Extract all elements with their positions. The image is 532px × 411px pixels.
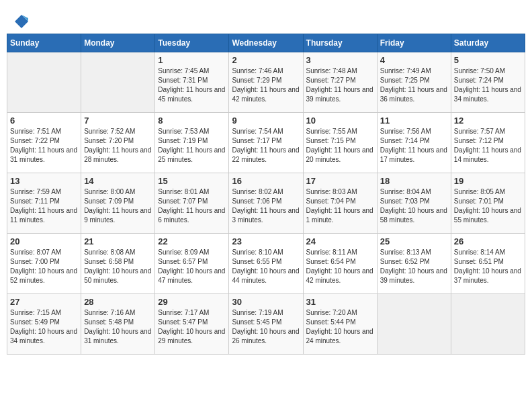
calendar-cell: 23Sunrise: 8:10 AM Sunset: 6:55 PM Dayli…: [229, 234, 303, 294]
calendar-cell: 3Sunrise: 7:48 AM Sunset: 7:27 PM Daylig…: [303, 52, 377, 113]
calendar-cell: 10Sunrise: 7:55 AM Sunset: 7:15 PM Dayli…: [303, 113, 377, 173]
day-number: 2: [232, 55, 300, 65]
day-info: Sunrise: 7:59 AM Sunset: 7:11 PM Dayligh…: [10, 187, 78, 225]
day-info: Sunrise: 8:07 AM Sunset: 7:00 PM Dayligh…: [10, 248, 78, 285]
day-number: 20: [10, 236, 78, 246]
day-number: 18: [380, 176, 448, 186]
day-info: Sunrise: 7:46 AM Sunset: 7:29 PM Dayligh…: [232, 66, 300, 104]
logo-icon: [15, 15, 28, 28]
day-number: 21: [84, 236, 152, 246]
day-info: Sunrise: 7:53 AM Sunset: 7:19 PM Dayligh…: [158, 127, 226, 165]
logo: [13, 13, 28, 28]
calendar-cell: 16Sunrise: 8:02 AM Sunset: 7:06 PM Dayli…: [229, 173, 303, 234]
day-of-week-header: Thursday: [303, 34, 377, 52]
calendar-cell: 11Sunrise: 7:56 AM Sunset: 7:14 PM Dayli…: [377, 113, 451, 173]
calendar-cell: [377, 294, 451, 355]
day-number: 27: [10, 297, 78, 307]
day-info: Sunrise: 7:55 AM Sunset: 7:15 PM Dayligh…: [306, 127, 374, 165]
day-info: Sunrise: 8:02 AM Sunset: 7:06 PM Dayligh…: [232, 187, 300, 225]
day-info: Sunrise: 7:45 AM Sunset: 7:31 PM Dayligh…: [158, 66, 226, 104]
day-info: Sunrise: 7:57 AM Sunset: 7:12 PM Dayligh…: [454, 127, 522, 165]
calendar-cell: 20Sunrise: 8:07 AM Sunset: 7:00 PM Dayli…: [7, 234, 81, 294]
calendar-cell: 17Sunrise: 8:03 AM Sunset: 7:04 PM Dayli…: [303, 173, 377, 234]
day-of-week-header: Friday: [377, 34, 451, 52]
day-number: 3: [306, 55, 374, 65]
day-info: Sunrise: 8:13 AM Sunset: 6:52 PM Dayligh…: [380, 248, 448, 285]
calendar-week-row: 27Sunrise: 7:15 AM Sunset: 5:49 PM Dayli…: [7, 294, 525, 355]
day-number: 10: [306, 116, 374, 126]
day-info: Sunrise: 7:52 AM Sunset: 7:20 PM Dayligh…: [84, 127, 152, 165]
day-number: 13: [10, 176, 78, 186]
day-info: Sunrise: 8:04 AM Sunset: 7:03 PM Dayligh…: [380, 187, 448, 225]
day-number: 12: [454, 116, 522, 126]
calendar-cell: 24Sunrise: 8:11 AM Sunset: 6:54 PM Dayli…: [303, 234, 377, 294]
day-number: 30: [232, 297, 300, 307]
day-info: Sunrise: 7:15 AM Sunset: 5:49 PM Dayligh…: [10, 308, 78, 346]
day-number: 24: [306, 236, 374, 246]
calendar-cell: 2Sunrise: 7:46 AM Sunset: 7:29 PM Daylig…: [229, 52, 303, 113]
day-info: Sunrise: 7:16 AM Sunset: 5:48 PM Dayligh…: [84, 308, 152, 346]
day-number: 19: [454, 176, 522, 186]
day-info: Sunrise: 8:00 AM Sunset: 7:09 PM Dayligh…: [84, 187, 152, 225]
day-number: 22: [158, 236, 226, 246]
calendar-cell: 15Sunrise: 8:01 AM Sunset: 7:07 PM Dayli…: [155, 173, 229, 234]
day-info: Sunrise: 8:08 AM Sunset: 6:58 PM Dayligh…: [84, 248, 152, 285]
day-info: Sunrise: 8:10 AM Sunset: 6:55 PM Dayligh…: [232, 248, 300, 285]
calendar-cell: 18Sunrise: 8:04 AM Sunset: 7:03 PM Dayli…: [377, 173, 451, 234]
calendar-cell: [451, 294, 525, 355]
day-info: Sunrise: 8:03 AM Sunset: 7:04 PM Dayligh…: [306, 187, 374, 225]
day-info: Sunrise: 8:05 AM Sunset: 7:01 PM Dayligh…: [454, 187, 522, 225]
day-info: Sunrise: 7:17 AM Sunset: 5:47 PM Dayligh…: [158, 308, 226, 346]
calendar-cell: 1Sunrise: 7:45 AM Sunset: 7:31 PM Daylig…: [155, 52, 229, 113]
day-number: 23: [232, 236, 300, 246]
day-number: 29: [158, 297, 226, 307]
day-of-week-header: Saturday: [451, 34, 525, 52]
day-of-week-header: Sunday: [7, 34, 81, 52]
day-of-week-header: Wednesday: [229, 34, 303, 52]
calendar-cell: 29Sunrise: 7:17 AM Sunset: 5:47 PM Dayli…: [155, 294, 229, 355]
calendar-cell: 14Sunrise: 8:00 AM Sunset: 7:09 PM Dayli…: [81, 173, 155, 234]
calendar-cell: 30Sunrise: 7:19 AM Sunset: 5:45 PM Dayli…: [229, 294, 303, 355]
day-number: 5: [454, 55, 522, 65]
day-number: 16: [232, 176, 300, 186]
day-number: 8: [158, 116, 226, 126]
day-number: 26: [454, 236, 522, 246]
day-number: 25: [380, 236, 448, 246]
day-info: Sunrise: 7:54 AM Sunset: 7:17 PM Dayligh…: [232, 127, 300, 165]
day-of-week-header: Tuesday: [155, 34, 229, 52]
day-info: Sunrise: 7:56 AM Sunset: 7:14 PM Dayligh…: [380, 127, 448, 165]
day-of-week-header: Monday: [81, 34, 155, 52]
day-info: Sunrise: 8:14 AM Sunset: 6:51 PM Dayligh…: [454, 248, 522, 285]
calendar-cell: 7Sunrise: 7:52 AM Sunset: 7:20 PM Daylig…: [81, 113, 155, 173]
day-number: 11: [380, 116, 448, 126]
calendar-week-row: 1Sunrise: 7:45 AM Sunset: 7:31 PM Daylig…: [7, 52, 525, 113]
day-number: 7: [84, 116, 152, 126]
calendar-cell: 31Sunrise: 7:20 AM Sunset: 5:44 PM Dayli…: [303, 294, 377, 355]
day-info: Sunrise: 8:09 AM Sunset: 6:57 PM Dayligh…: [158, 248, 226, 285]
day-number: 28: [84, 297, 152, 307]
day-number: 6: [10, 116, 78, 126]
calendar-cell: 21Sunrise: 8:08 AM Sunset: 6:58 PM Dayli…: [81, 234, 155, 294]
day-number: 15: [158, 176, 226, 186]
day-info: Sunrise: 7:50 AM Sunset: 7:24 PM Dayligh…: [454, 66, 522, 104]
calendar-table: SundayMondayTuesdayWednesdayThursdayFrid…: [7, 34, 525, 355]
calendar-week-row: 13Sunrise: 7:59 AM Sunset: 7:11 PM Dayli…: [7, 173, 525, 234]
calendar-header-row: SundayMondayTuesdayWednesdayThursdayFrid…: [7, 34, 525, 52]
calendar-cell: 5Sunrise: 7:50 AM Sunset: 7:24 PM Daylig…: [451, 52, 525, 113]
day-info: Sunrise: 7:48 AM Sunset: 7:27 PM Dayligh…: [306, 66, 374, 104]
day-number: 14: [84, 176, 152, 186]
calendar-cell: [7, 52, 81, 113]
calendar-cell: 9Sunrise: 7:54 AM Sunset: 7:17 PM Daylig…: [229, 113, 303, 173]
day-number: 31: [306, 297, 374, 307]
day-number: 9: [232, 116, 300, 126]
calendar-cell: 6Sunrise: 7:51 AM Sunset: 7:22 PM Daylig…: [7, 113, 81, 173]
day-info: Sunrise: 8:11 AM Sunset: 6:54 PM Dayligh…: [306, 248, 374, 285]
day-number: 17: [306, 176, 374, 186]
svg-marker-0: [15, 15, 28, 28]
day-info: Sunrise: 8:01 AM Sunset: 7:07 PM Dayligh…: [158, 187, 226, 225]
day-number: 4: [380, 55, 448, 65]
day-info: Sunrise: 7:51 AM Sunset: 7:22 PM Dayligh…: [10, 127, 78, 165]
calendar-cell: 26Sunrise: 8:14 AM Sunset: 6:51 PM Dayli…: [451, 234, 525, 294]
day-info: Sunrise: 7:19 AM Sunset: 5:45 PM Dayligh…: [232, 308, 300, 346]
calendar-cell: 25Sunrise: 8:13 AM Sunset: 6:52 PM Dayli…: [377, 234, 451, 294]
